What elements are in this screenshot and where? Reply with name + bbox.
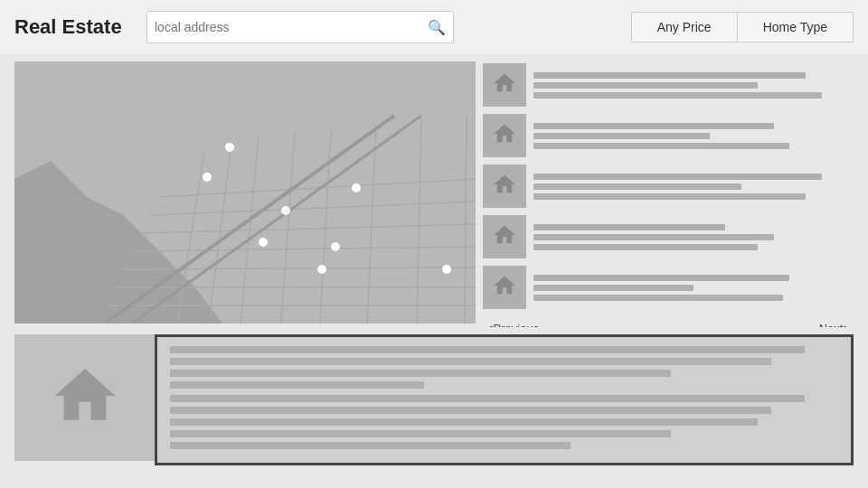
listing-item[interactable]	[483, 61, 854, 108]
home-icon	[492, 222, 517, 251]
svg-point-19	[225, 143, 234, 152]
listing-line	[533, 82, 758, 89]
listing-thumbnail	[483, 215, 526, 258]
listing-line	[533, 275, 789, 281]
listing-line	[533, 224, 725, 230]
listing-line	[533, 183, 741, 190]
svg-point-25	[317, 265, 326, 274]
detail-line	[170, 418, 758, 426]
svg-point-23	[442, 265, 451, 274]
listing-line	[533, 174, 822, 180]
listing-item[interactable]	[483, 163, 854, 210]
map-svg	[14, 61, 476, 324]
listing-thumbnail	[483, 114, 526, 157]
listing-line	[533, 295, 783, 301]
detail-thumbnail	[14, 334, 155, 461]
detail-panel	[14, 334, 854, 465]
svg-point-21	[352, 183, 361, 192]
svg-point-22	[281, 206, 290, 215]
next-button[interactable]: Next>	[816, 320, 854, 327]
detail-line	[170, 442, 571, 449]
detail-line	[170, 430, 671, 437]
listing-line	[533, 143, 789, 149]
main-content: <Previous Next>	[0, 54, 868, 334]
home-icon	[492, 273, 517, 302]
listing-text-lines	[533, 174, 854, 200]
listing-line	[533, 244, 758, 250]
detail-line	[170, 395, 805, 402]
home-type-filter-button[interactable]: Home Type	[738, 13, 853, 42]
listing-thumbnail	[483, 266, 526, 309]
detail-line	[170, 370, 671, 377]
listing-item[interactable]	[483, 264, 854, 311]
detail-line	[170, 346, 805, 353]
home-icon	[492, 121, 517, 150]
app-header: Real Estate 🔍 Any Price Home Type	[0, 0, 868, 54]
svg-point-26	[331, 242, 340, 251]
detail-price-line	[170, 381, 424, 389]
detail-home-icon	[49, 360, 121, 436]
listing-line	[533, 133, 710, 139]
svg-point-20	[203, 173, 212, 182]
listing-item[interactable]	[483, 112, 854, 159]
price-filter-button[interactable]: Any Price	[632, 13, 738, 42]
home-icon	[492, 70, 517, 99]
listing-panel: <Previous Next>	[483, 61, 854, 327]
filter-buttons: Any Price Home Type	[631, 12, 854, 42]
listing-text-lines	[533, 72, 854, 99]
listing-text-lines	[533, 224, 854, 250]
detail-content	[155, 334, 854, 465]
svg-point-24	[259, 238, 268, 247]
listing-line	[533, 92, 822, 99]
listing-thumbnail	[483, 63, 526, 107]
listing-line	[533, 193, 806, 200]
detail-line	[170, 358, 771, 365]
detail-line	[170, 407, 771, 414]
previous-button[interactable]: <Previous	[483, 320, 542, 327]
search-bar: 🔍	[146, 11, 454, 43]
listing-text-lines	[533, 275, 854, 301]
pagination: <Previous Next>	[483, 316, 854, 327]
listing-text-lines	[533, 123, 854, 149]
listing-line	[533, 234, 774, 240]
home-icon	[492, 172, 517, 201]
listing-line	[533, 72, 806, 79]
listing-thumbnail	[483, 164, 526, 208]
map-container[interactable]	[14, 61, 476, 324]
search-input[interactable]	[155, 20, 428, 34]
app-title: Real Estate	[14, 15, 132, 39]
listing-line	[533, 285, 693, 291]
search-icon[interactable]: 🔍	[428, 19, 446, 36]
listing-line	[533, 123, 774, 129]
listing-item[interactable]	[483, 213, 854, 260]
